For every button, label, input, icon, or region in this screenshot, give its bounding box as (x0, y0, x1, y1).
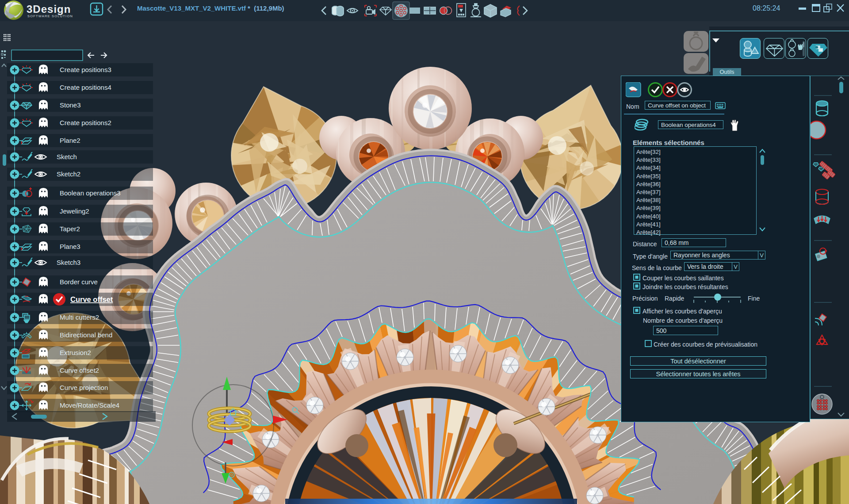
svg-text:3Design: 3Design (27, 3, 71, 15)
svg-text:Plane2: Plane2 (60, 137, 80, 144)
svg-text:SOFTWARE SOLUTION: SOFTWARE SOLUTION (27, 14, 73, 18)
svg-text:Multi cutters2: Multi cutters2 (60, 313, 99, 321)
svg-text:Curve offset: Curve offset (70, 295, 113, 303)
svg-text:Curve projection: Curve projection (60, 384, 108, 391)
svg-text:Boolean operations3: Boolean operations3 (60, 189, 121, 197)
svg-text:Sketch3: Sketch3 (57, 259, 80, 266)
svg-text:Create positions3: Create positions3 (60, 66, 111, 73)
svg-text:Curve offset2: Curve offset2 (60, 367, 99, 374)
svg-text:Sketch: Sketch (57, 153, 77, 160)
svg-text:Extrusion2: Extrusion2 (60, 349, 91, 356)
svg-text:Border curve: Border curve (60, 278, 98, 286)
svg-text:Move/Rotate/Scale4: Move/Rotate/Scale4 (60, 401, 119, 409)
svg-text:Create positions2: Create positions2 (60, 119, 111, 126)
svg-text:Stone3: Stone3 (60, 101, 81, 109)
svg-text:Bidirectional bend: Bidirectional bend (60, 331, 112, 339)
svg-text:Create positions4: Create positions4 (60, 84, 111, 91)
svg-text:Plane3: Plane3 (60, 243, 80, 250)
svg-text:Taper2: Taper2 (60, 225, 80, 233)
svg-text:Sketch2: Sketch2 (57, 170, 80, 178)
svg-text:Jeweling2: Jeweling2 (60, 207, 89, 215)
